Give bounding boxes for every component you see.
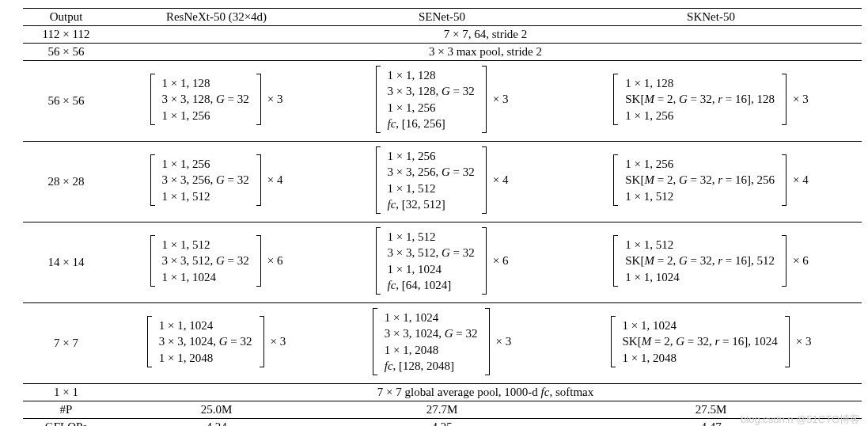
stem-op: 7 × 7, 64, stride 2 [110,26,862,44]
table-header-row: Output ResNeXt-50 (32×4d) SENet-50 SKNet… [23,9,862,26]
col-sknet: SKNet-50 [561,9,862,26]
params-row: #P 25.0M 27.7M 27.5M [23,401,862,419]
stage-output: 28 × 28 [23,142,110,223]
head-op: 7 × 7 global average pool, 1000-d fc, so… [110,384,862,401]
stage-row: 7 × 7 1 × 1, 1024 3 × 3, 1024, G = 32 1 … [23,303,862,384]
params-label: #P [23,401,110,419]
params-resnext: 25.0M [110,401,324,419]
col-output: Output [23,9,110,26]
gflops-senet: 4.25 [324,419,561,427]
pool-row: 56 × 56 3 × 3 max pool, stride 2 [23,44,862,61]
gflops-resnext: 4.24 [110,419,324,427]
sknet-block: 1 × 1, 256 SK[M = 2, G = 32, r = 16], 25… [561,142,862,223]
resnext-block: 1 × 1, 128 3 × 3, 128, G = 32 1 × 1, 256… [110,61,324,142]
senet-block: 1 × 1, 1024 3 × 3, 1024, G = 32 1 × 1, 2… [324,303,561,384]
resnext-block: 1 × 1, 1024 3 × 3, 1024, G = 32 1 × 1, 2… [110,303,324,384]
stage-row: 56 × 56 1 × 1, 128 3 × 3, 128, G = 32 1 … [23,61,862,142]
senet-block: 1 × 1, 256 3 × 3, 256, G = 32 1 × 1, 512… [324,142,561,223]
resnext-block: 1 × 1, 512 3 × 3, 512, G = 32 1 × 1, 102… [110,223,324,303]
architecture-table: Output ResNeXt-50 (32×4d) SENet-50 SKNet… [23,8,862,426]
head-row: 1 × 1 7 × 7 global average pool, 1000-d … [23,384,862,401]
sknet-block: 1 × 1, 512 SK[M = 2, G = 32, r = 16], 51… [561,223,862,303]
senet-block: 1 × 1, 128 3 × 3, 128, G = 32 1 × 1, 256… [324,61,561,142]
gflops-row: GFLOPs 4.24 4.25 4.47 [23,419,862,427]
col-senet: SENet-50 [324,9,561,26]
gflops-sknet: 4.47 [561,419,862,427]
stage-row: 14 × 14 1 × 1, 512 3 × 3, 512, G = 32 1 … [23,223,862,303]
resnext-block: 1 × 1, 256 3 × 3, 256, G = 32 1 × 1, 512… [110,142,324,223]
params-sknet: 27.5M [561,401,862,419]
sknet-block: 1 × 1, 1024 SK[M = 2, G = 32, r = 16], 1… [561,303,862,384]
senet-block: 1 × 1, 512 3 × 3, 512, G = 32 1 × 1, 102… [324,223,561,303]
sknet-block: 1 × 1, 128 SK[M = 2, G = 32, r = 16], 12… [561,61,862,142]
pool-op: 3 × 3 max pool, stride 2 [110,44,862,61]
pool-output: 56 × 56 [23,44,110,61]
head-output: 1 × 1 [23,384,110,401]
stage-output: 56 × 56 [23,61,110,142]
stem-output: 112 × 112 [23,26,110,44]
stem-row: 112 × 112 7 × 7, 64, stride 2 [23,26,862,44]
stage-output: 7 × 7 [23,303,110,384]
col-resnext: ResNeXt-50 (32×4d) [110,9,324,26]
stage-output: 14 × 14 [23,223,110,303]
params-senet: 27.7M [324,401,561,419]
stage-row: 28 × 28 1 × 1, 256 3 × 3, 256, G = 32 1 … [23,142,862,223]
gflops-label: GFLOPs [23,419,110,427]
